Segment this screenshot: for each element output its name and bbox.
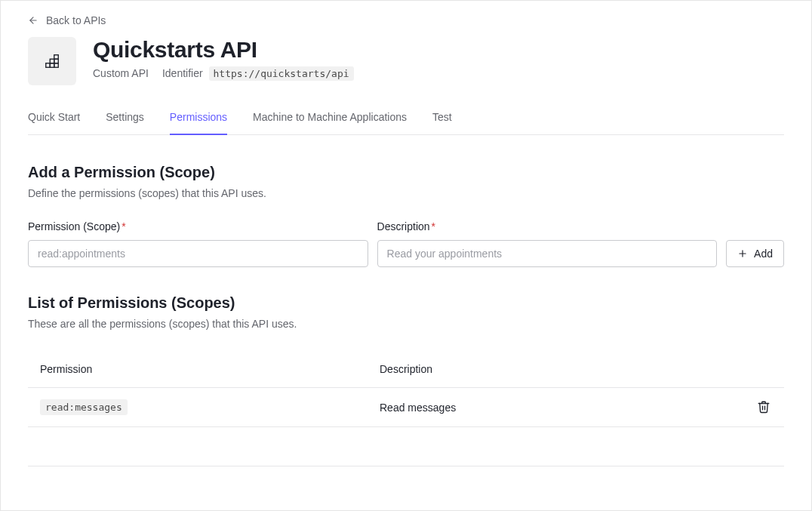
permissions-list-title: List of Permissions (Scopes) xyxy=(28,294,784,312)
back-to-apis-label: Back to APIs xyxy=(46,14,106,26)
tab-settings[interactable]: Settings xyxy=(106,111,144,135)
delete-permission-button[interactable] xyxy=(755,399,772,415)
svg-rect-1 xyxy=(46,63,51,68)
identifier-label: Identifier xyxy=(162,67,203,79)
api-icon xyxy=(44,53,60,69)
add-permission-title: Add a Permission (Scope) xyxy=(28,164,784,181)
svg-rect-2 xyxy=(50,63,54,68)
permission-description-input[interactable] xyxy=(377,240,718,267)
add-permission-form: Permission (Scope)* Description* Add xyxy=(28,220,784,267)
permissions-list-description: These are all the permissions (scopes) t… xyxy=(28,318,784,330)
plus-icon xyxy=(737,248,748,259)
column-description: Description xyxy=(380,363,742,375)
api-type-label: Custom API xyxy=(93,67,149,79)
svg-rect-3 xyxy=(54,63,59,68)
permission-name-chip: read:messages xyxy=(40,399,128,415)
tabs: Quick Start Settings Permissions Machine… xyxy=(28,111,784,135)
api-avatar xyxy=(28,37,76,85)
table-row: read:messages Read messages xyxy=(28,388,784,427)
back-to-apis-link[interactable]: Back to APIs xyxy=(28,14,106,26)
permission-description-cell: Read messages xyxy=(380,402,742,414)
permission-description-label: Description* xyxy=(377,220,718,232)
required-indicator: * xyxy=(121,220,125,232)
tab-m2m-applications[interactable]: Machine to Machine Applications xyxy=(253,111,407,135)
header: Quickstarts API Custom API Identifier ht… xyxy=(28,37,784,85)
permission-scope-input[interactable] xyxy=(28,240,368,267)
add-permission-button[interactable]: Add xyxy=(726,240,784,267)
svg-rect-4 xyxy=(50,59,54,63)
page-title: Quickstarts API xyxy=(93,37,354,63)
arrow-left-icon xyxy=(28,15,38,26)
permission-scope-label: Permission (Scope)* xyxy=(28,220,368,232)
add-permission-description: Define the permissions (scopes) that thi… xyxy=(28,187,784,199)
svg-rect-6 xyxy=(54,55,59,60)
trash-icon xyxy=(757,400,770,414)
tab-permissions[interactable]: Permissions xyxy=(170,111,227,135)
tab-quick-start[interactable]: Quick Start xyxy=(28,111,80,135)
add-button-label: Add xyxy=(754,248,773,260)
required-indicator: * xyxy=(432,220,435,232)
tab-test[interactable]: Test xyxy=(432,111,452,135)
identifier-value: https://quickstarts/api xyxy=(209,66,354,81)
svg-rect-5 xyxy=(54,59,59,63)
column-permission: Permission xyxy=(40,363,380,375)
permissions-table-header: Permission Description xyxy=(28,351,784,388)
identifier-group: Identifier https://quickstarts/api xyxy=(162,67,354,79)
table-empty-row xyxy=(28,427,784,466)
